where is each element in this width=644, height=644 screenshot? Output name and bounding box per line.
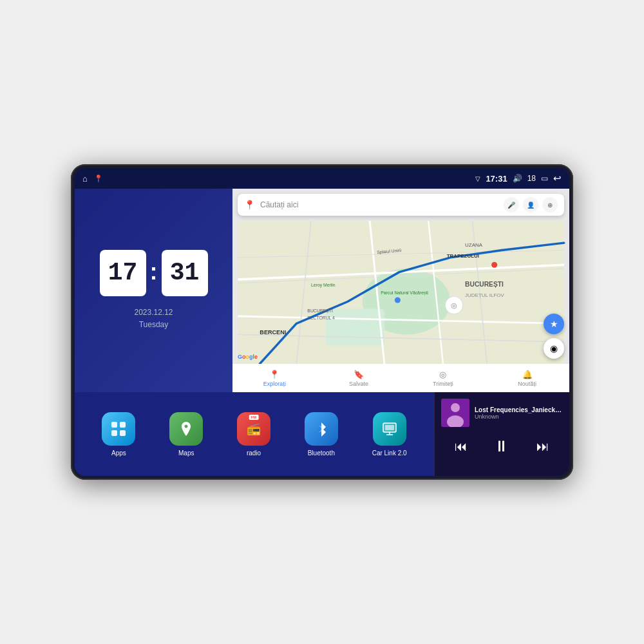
- main-content: 17 : 31 2023.12.12 Tuesday 📍 Căutați aic…: [75, 189, 569, 476]
- saved-label: Salvate: [349, 381, 368, 387]
- music-controls: ⏮ ⏸ ⏭: [441, 435, 563, 458]
- svg-rect-26: [111, 422, 117, 428]
- map-panel[interactable]: 📍 Căutați aici 🎤 👤 ⊕: [232, 189, 569, 392]
- svg-text:Parcul Natural Văcărești: Parcul Natural Văcărești: [381, 290, 428, 296]
- home-icon[interactable]: ⌂: [82, 174, 88, 184]
- google-logo: Google: [238, 354, 258, 360]
- map-nav-noutăți[interactable]: 🔔 Noutăți: [485, 370, 569, 387]
- map-nav-salvate[interactable]: 🔖 Salvate: [317, 370, 401, 387]
- apps-bar: Apps Maps 📻 FM: [75, 392, 434, 476]
- location-btn[interactable]: ◉: [544, 338, 564, 359]
- next-btn[interactable]: ⏭: [531, 437, 554, 457]
- maps-label: Maps: [178, 450, 194, 457]
- svg-text:BERCENI: BERCENI: [260, 329, 286, 336]
- news-icon: 🔔: [522, 370, 533, 379]
- explore-icon: 📍: [269, 370, 279, 379]
- app-item-maps[interactable]: Maps: [169, 412, 203, 457]
- volume-icon: 🔊: [513, 174, 522, 183]
- compass-btn[interactable]: ★: [544, 314, 564, 334]
- battery-level: 18: [527, 174, 536, 183]
- map-search-actions: 🎤 👤 ⊕: [504, 197, 558, 213]
- map-visual: UZANA TRAPEZULUI BUCUREȘTI JUDEȚUL ILFOV…: [232, 221, 569, 364]
- clock-colon: :: [150, 258, 158, 285]
- status-left-icons: ⌂ 📍: [82, 174, 103, 184]
- maps-shortcut-icon[interactable]: 📍: [94, 175, 103, 183]
- app-item-apps[interactable]: Apps: [102, 412, 135, 457]
- clock-minute: 31: [162, 250, 208, 296]
- music-album-art: [441, 399, 469, 427]
- voice-search-btn[interactable]: 🎤: [504, 197, 519, 213]
- apps-icon: [102, 412, 135, 446]
- layers-btn[interactable]: ⊕: [542, 197, 558, 213]
- car-head-unit: ⌂ 📍 ▽ 17:31 🔊 18 ▭ ↩ 17 :: [71, 164, 573, 480]
- radio-app-icon: 📻 FM: [237, 412, 270, 446]
- bluetooth-icon: [305, 412, 338, 446]
- bottom-section: Apps Maps 📻 FM: [75, 392, 569, 476]
- svg-text:◎: ◎: [451, 301, 457, 309]
- account-btn[interactable]: 👤: [523, 197, 538, 213]
- status-right-info: ▽ 17:31 🔊 18 ▭ ↩: [475, 173, 562, 184]
- svg-text:BUCUREȘTI: BUCUREȘTI: [465, 281, 504, 288]
- svg-rect-27: [120, 422, 126, 428]
- music-title: Lost Frequencies_Janieck Devy-...: [475, 406, 563, 413]
- music-info: Lost Frequencies_Janieck Devy-... Unknow…: [441, 399, 563, 427]
- clock-panel: 17 : 31 2023.12.12 Tuesday: [75, 189, 232, 392]
- clock-display: 17 : 31: [100, 250, 208, 296]
- map-nav-explorați[interactable]: 📍 Explorați: [232, 370, 317, 387]
- send-label: Trimiteți: [433, 381, 453, 387]
- app-item-radio[interactable]: 📻 FM radio: [237, 412, 270, 457]
- clock-date: 2023.12.12 Tuesday: [134, 307, 173, 331]
- maps-app-icon: [169, 412, 203, 446]
- app-item-bluetooth[interactable]: Bluetooth: [305, 412, 338, 457]
- music-panel: Lost Frequencies_Janieck Devy-... Unknow…: [434, 392, 569, 476]
- carlink-label: Car Link 2.0: [372, 450, 407, 457]
- back-icon[interactable]: ↩: [553, 173, 562, 184]
- news-label: Noutăți: [518, 381, 536, 387]
- map-svg: UZANA TRAPEZULUI BUCUREȘTI JUDEȚUL ILFOV…: [232, 221, 569, 364]
- svg-rect-29: [120, 430, 126, 436]
- svg-text:TRAPEZULUI: TRAPEZULUI: [447, 253, 479, 259]
- svg-point-23: [395, 297, 401, 303]
- device-screen: ⌂ 📍 ▽ 17:31 🔊 18 ▭ ↩ 17 :: [75, 168, 569, 476]
- send-icon: ◎: [439, 370, 446, 379]
- svg-point-35: [451, 403, 460, 412]
- bluetooth-label: Bluetooth: [308, 450, 335, 457]
- svg-rect-2: [326, 309, 384, 346]
- play-pause-btn[interactable]: ⏸: [489, 435, 515, 458]
- music-artist: Unknown: [475, 413, 563, 420]
- app-item-carlink[interactable]: Car Link 2.0: [372, 412, 407, 457]
- svg-text:Leroy Merlin: Leroy Merlin: [311, 283, 336, 288]
- explore-label: Explorați: [263, 381, 286, 387]
- svg-text:SECTORUL 4: SECTORUL 4: [307, 316, 335, 320]
- music-text: Lost Frequencies_Janieck Devy-... Unknow…: [475, 406, 563, 420]
- saved-icon: 🔖: [354, 370, 364, 379]
- svg-text:JUDEȚUL ILFOV: JUDEȚUL ILFOV: [465, 292, 504, 298]
- signal-icon: ▽: [475, 175, 480, 182]
- carlink-icon: [373, 412, 406, 446]
- svg-text:UZANA: UZANA: [465, 242, 483, 248]
- top-section: 17 : 31 2023.12.12 Tuesday 📍 Căutați aic…: [75, 189, 569, 392]
- map-nav-trimiteți[interactable]: ◎ Trimiteți: [401, 370, 486, 387]
- status-bar: ⌂ 📍 ▽ 17:31 🔊 18 ▭ ↩: [75, 168, 569, 189]
- svg-point-22: [491, 262, 497, 268]
- map-pin-icon: 📍: [244, 200, 255, 210]
- apps-label: Apps: [111, 450, 126, 457]
- clock-hour: 17: [100, 250, 146, 296]
- svg-rect-31: [385, 425, 394, 430]
- map-search-bar[interactable]: 📍 Căutați aici 🎤 👤 ⊕: [238, 194, 564, 216]
- radio-label: radio: [247, 450, 261, 457]
- status-time: 17:31: [486, 174, 507, 184]
- map-bottom-bar: 📍 Explorați 🔖 Salvate ◎ Trimiteți 🔔: [232, 364, 569, 392]
- map-search-input[interactable]: Căutați aici: [260, 200, 498, 209]
- svg-rect-28: [111, 430, 117, 436]
- battery-icon: ▭: [541, 174, 548, 183]
- svg-text:BUCUREȘTI: BUCUREȘTI: [307, 308, 333, 314]
- prev-btn[interactable]: ⏮: [450, 437, 473, 457]
